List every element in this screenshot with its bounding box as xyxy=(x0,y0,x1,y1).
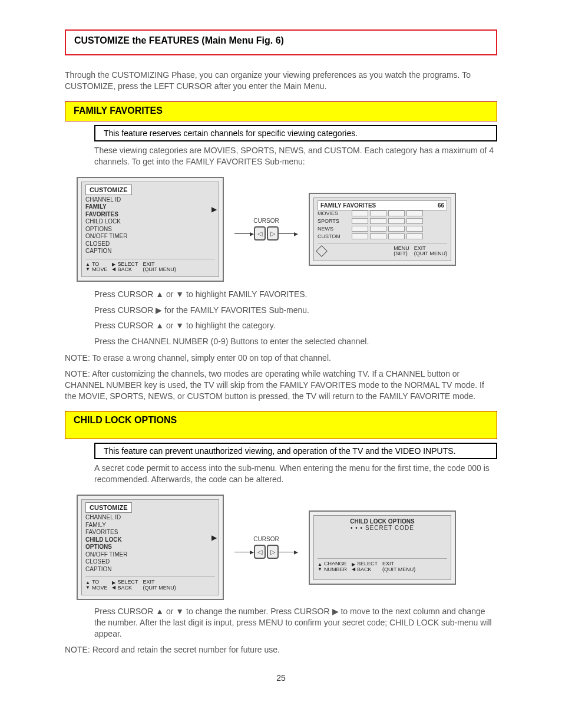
dpad-icon xyxy=(316,246,328,258)
yellow-header-child-lock: CHILD LOCK OPTIONS xyxy=(65,411,497,439)
list-item: ON/OFF TIMER xyxy=(85,233,215,241)
footer-label: (QUIT MENU) xyxy=(382,567,415,573)
footer-label: (QUIT MENU) xyxy=(143,267,176,273)
step-text: Press CURSOR ▶ for the FAMILY FAVORITES … xyxy=(94,304,497,317)
screen-footer: ▲▼ TOMOVE ▶◀ SELECTBACK EXIT(QUIT MENU) xyxy=(85,259,215,274)
list-item: FAVORITES xyxy=(85,529,215,536)
cursor-right-icon: ▷ xyxy=(267,226,279,241)
list-item: CLOSED xyxy=(85,241,215,248)
step-text: Press CURSOR ▲ or ▼ to highlight the cat… xyxy=(94,319,497,332)
footer-label: BACK xyxy=(117,585,138,591)
row-label: CUSTOM xyxy=(318,233,350,239)
note-text: NOTE: To erase a wrong channel, simply e… xyxy=(65,353,497,364)
step-text: Press the CHANNEL NUMBER (0-9) Buttons t… xyxy=(94,335,497,348)
footer-label: MOVE xyxy=(92,585,108,591)
row-label: SPORTS xyxy=(318,218,350,224)
footer-label: MOVE xyxy=(92,267,108,273)
footer-label: (QUIT MENU) xyxy=(143,585,176,591)
family-favorites-body: These viewing categories are MOVIES, SPO… xyxy=(94,145,497,167)
secret-code-label: • • • SECRET CODE xyxy=(318,525,447,531)
down-arrow-icon: ▼ xyxy=(85,585,90,590)
down-arrow-icon: ▼ xyxy=(318,567,322,572)
cursor-graphic: CURSOR ▸ ◁ ▷ ▸ xyxy=(231,536,302,559)
child-lock-body: A secret code permit to access into the … xyxy=(94,463,497,485)
child-lock-after: Press CURSOR ▲ or ▼ to change the number… xyxy=(94,606,497,640)
footer-label: (SET) xyxy=(394,251,409,257)
screen-customize-ff: CUSTOMIZE CHANNEL ID FAMILY FAVORITES CH… xyxy=(77,177,224,282)
child-lock-note: NOTE: Record and retain the secret numbe… xyxy=(65,644,497,655)
row-label: NEWS xyxy=(318,226,350,232)
cursor-label: CURSOR xyxy=(253,536,279,542)
screen-footer: ▲▼ TOMOVE ▶◀ SELECTBACK EXIT(QUIT MENU) xyxy=(85,577,215,591)
left-arrow-icon: ◀ xyxy=(112,267,115,272)
screen-family-favorites: FAMILY FAVORITES 66 MOVIES SPORTS NEWS C… xyxy=(309,193,456,266)
screen-title: CUSTOMIZE xyxy=(85,502,132,513)
left-arrow-icon: ◀ xyxy=(112,585,115,590)
screen-items: CHANNEL ID FAMILY FAVORITES CHILD LOCK O… xyxy=(85,514,215,573)
screen-child-lock: CHILD LOCK OPTIONS • • • SECRET CODE ▲▼ … xyxy=(309,510,456,585)
list-item: CAPTION xyxy=(85,248,215,255)
feature-line-child-lock: This feature can prevent unauthorized vi… xyxy=(94,443,497,459)
list-item: CLOSED xyxy=(85,558,215,566)
list-item: OPTIONS xyxy=(85,226,215,233)
note-text: NOTE: After customizing the channels, tw… xyxy=(65,368,497,402)
cursor-left-icon: ◁ xyxy=(254,226,266,241)
screen-items: CHANNEL ID FAMILY FAVORITES CHILD LOCK O… xyxy=(85,196,215,255)
list-item: CAPTION xyxy=(85,566,215,574)
screen-footer: MENU(SET) EXIT(QUIT MENU) xyxy=(318,243,447,258)
diagram-child-lock: CUSTOMIZE CHANNEL ID FAMILY FAVORITES CH… xyxy=(77,495,497,600)
screen-title: CHILD LOCK OPTIONS xyxy=(318,518,447,525)
page: CUSTOMIZE the FEATURES (Main Menu Fig. 6… xyxy=(0,0,562,706)
list-item: CHANNEL ID xyxy=(85,196,215,204)
footer-label: NUMBER xyxy=(324,567,347,573)
screen-title: CUSTOMIZE xyxy=(85,185,132,195)
cursor-right-icon: ▷ xyxy=(267,545,279,559)
page-number: 25 xyxy=(35,673,527,683)
list-item: FAVORITES xyxy=(85,211,215,219)
down-arrow-icon: ▼ xyxy=(85,267,90,272)
row-label: MOVIES xyxy=(318,210,350,216)
cursor-left-icon: ◁ xyxy=(254,545,266,559)
screen-title: FAMILY FAVORITES 66 xyxy=(318,200,447,210)
intro-text: Through the CUSTOMIZING Phase, you can o… xyxy=(65,70,497,92)
cursor-graphic: CURSOR ▸ ◁ ▷ ▸ xyxy=(231,218,302,241)
footer-label: BACK xyxy=(117,267,138,273)
list-item: FAMILY xyxy=(85,522,215,529)
list-item: FAMILY xyxy=(85,203,215,211)
family-favorites-grid: MOVIES SPORTS NEWS CUSTOM xyxy=(318,210,447,239)
list-item: CHILD LOCK xyxy=(85,218,215,226)
right-arrow-icon: ▶ xyxy=(211,205,217,213)
right-arrow-icon: ▶ xyxy=(211,533,217,542)
feature-line-family-favorites: This feature reserves certain channels f… xyxy=(94,125,497,141)
screen-customize-cl: CUSTOMIZE CHANNEL ID FAMILY FAVORITES CH… xyxy=(77,495,224,600)
list-item: CHANNEL ID xyxy=(85,514,215,522)
section-header-customize: CUSTOMIZE the FEATURES (Main Menu Fig. 6… xyxy=(65,29,497,55)
step-text: Press CURSOR ▲ or ▼ to highlight FAMILY … xyxy=(94,288,497,301)
cursor-label: CURSOR xyxy=(253,218,279,224)
footer-label: BACK xyxy=(357,567,378,573)
list-item: ON/OFF TIMER xyxy=(85,551,215,559)
list-item: OPTIONS xyxy=(85,543,215,551)
yellow-header-family-favorites: FAMILY FAVORITES xyxy=(65,101,497,121)
diagram-family-favorites: CUSTOMIZE CHANNEL ID FAMILY FAVORITES CH… xyxy=(77,177,497,282)
screen-footer: ▲▼ CHANGENUMBER ▶◀ SELECTBACK EXIT(QUIT … xyxy=(318,558,447,573)
left-arrow-icon: ◀ xyxy=(352,567,355,572)
list-item: CHILD LOCK xyxy=(85,536,215,544)
footer-label: (QUIT MENU) xyxy=(414,251,447,257)
